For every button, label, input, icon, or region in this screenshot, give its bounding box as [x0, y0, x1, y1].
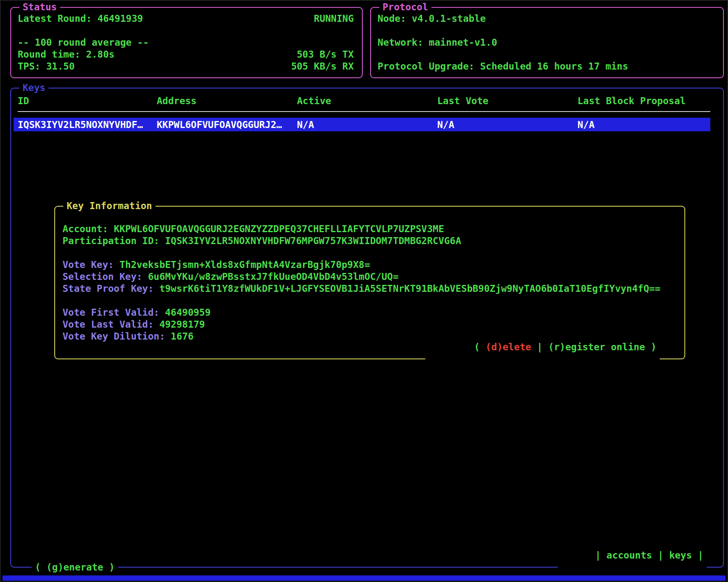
- selection-key-line: Selection Key: 6u6MvYKu/w8zwPBsstxJ7fkUu…: [63, 271, 676, 283]
- bottom-scrollbar[interactable]: [2, 575, 726, 581]
- vote-key-dilution-label: Vote Key Dilution:: [63, 331, 171, 342]
- account-label: Account:: [63, 223, 114, 234]
- column-header-last-vote: Last Vote: [437, 95, 577, 107]
- round-time-label: Round time:: [18, 49, 86, 60]
- rx-rate-value: 505 KB/s RX: [291, 61, 354, 72]
- delete-button[interactable]: (d)elete: [486, 342, 531, 352]
- key-information-title: Key Information: [63, 200, 155, 212]
- state-proof-key-line: State Proof Key: t9wsrK6tiT1Y8zfWUkDF1V+…: [63, 283, 676, 295]
- key-information-panel: Key Information Account: KKPWL6OFVUFOAVQ…: [54, 206, 685, 359]
- selection-key-label: Selection Key:: [63, 271, 148, 282]
- protocol-upgrade-status: Protocol Upgrade: Scheduled 16 hours 17 …: [378, 61, 715, 72]
- vote-first-valid-value: 46490959: [165, 307, 211, 318]
- tx-rate-value: 503 B/s TX: [297, 49, 354, 61]
- generate-button[interactable]: ( (g)enerate ): [32, 561, 118, 573]
- vote-first-valid-label: Vote First Valid:: [63, 307, 165, 318]
- keys-panel: Keys ID Address Active Last Vote Last Bl…: [10, 88, 724, 568]
- participation-id-value: IQSK3IYV2LR5NOXNYVHDFW76MPGW757K3WIIDOM7…: [165, 235, 461, 246]
- network-name: Network: mainnet-v1.0: [378, 37, 715, 49]
- status-panel: Status Latest Round: 46491939 RUNNING --…: [10, 7, 363, 78]
- tps-value: 31.50: [46, 61, 74, 72]
- keys-panel-title: Keys: [19, 82, 49, 94]
- vote-last-valid-label: Vote Last Valid:: [63, 319, 159, 330]
- protocol-panel: Protocol Node: v4.0.1-stable Network: ma…: [370, 7, 724, 78]
- status-line-round: Latest Round: 46491939 RUNNING: [18, 13, 354, 25]
- state-proof-key-value: t9wsrK6tiT1Y8zfWUkDF1V+LJGFYSEOVB1JiA5SE…: [159, 283, 661, 294]
- column-header-address: Address: [157, 95, 297, 107]
- vote-last-valid-value: 49298179: [159, 319, 205, 330]
- latest-round-value: 46491939: [97, 13, 143, 24]
- status-line-roundtime: Round time: 2.80s 503 B/s TX: [18, 49, 354, 61]
- column-header-active: Active: [297, 95, 437, 107]
- status-panel-title: Status: [19, 1, 60, 13]
- latest-round-label: Latest Round:: [18, 13, 97, 24]
- vote-key-dilution-value: 1676: [171, 331, 193, 342]
- key-row-last-block-proposal: N/A: [577, 119, 710, 130]
- actions-close-paren: ): [645, 342, 656, 352]
- key-actions: ( (d)elete | (r)egister online ): [425, 329, 660, 365]
- protocol-panel-title: Protocol: [379, 1, 431, 13]
- account-value: KKPWL6OFVUFOAVQGGURJ2EGNZYZZDPEQ37CHEFLL…: [114, 223, 444, 234]
- nav-item-keys[interactable]: keys: [669, 550, 692, 561]
- nav-separator-mid: |: [652, 550, 669, 561]
- tps-label: TPS:: [18, 61, 46, 72]
- actions-separator: |: [531, 342, 548, 352]
- account-line: Account: KKPWL6OFVUFOAVQGGURJ2EGNZYZZDPE…: [63, 223, 676, 235]
- vote-last-valid-line: Vote Last Valid: 49298179: [63, 319, 676, 331]
- round-average-header: -- 100 round average --: [18, 37, 354, 49]
- key-row-active: N/A: [297, 119, 437, 130]
- footer-nav: | accounts | keys |: [558, 538, 707, 573]
- status-line-tps: TPS: 31.50 505 KB/s RX: [18, 61, 354, 72]
- column-header-last-block-proposal: Last Block Proposal: [577, 95, 723, 107]
- selection-key-value: 6u6MvYKu/w8zwPBsstxJ7fkUueOD4VbD4v53lmOC…: [148, 271, 399, 282]
- vote-key-label: Vote Key:: [63, 259, 119, 270]
- vote-key-line: Vote Key: Th2veksbETjsmn+Xlds8xGfmpNtA4V…: [63, 259, 676, 271]
- node-running-badge: RUNNING: [314, 13, 354, 25]
- nav-separator-right: |: [692, 550, 703, 561]
- keys-table-header: ID Address Active Last Vote Last Block P…: [11, 95, 723, 107]
- key-row-last-vote: N/A: [437, 119, 577, 130]
- node-version: Node: v4.0.1-stable: [378, 13, 715, 25]
- nav-separator-left: |: [595, 550, 607, 561]
- terminal-screen: Status Latest Round: 46491939 RUNNING --…: [0, 0, 728, 582]
- participation-id-line: Participation ID: IQSK3IYV2LR5NOXNYVHDFW…: [63, 235, 676, 247]
- key-row-address: KKPWL6OFVUFOAVQGGURJ2…: [157, 119, 297, 130]
- actions-open-paren: (: [474, 342, 486, 352]
- key-table-row-selected[interactable]: IQSK3IYV2LR5NOXNYVHDF… KKPWL6OFVUFOAVQGG…: [14, 118, 710, 131]
- register-online-button[interactable]: (r)egister online: [548, 342, 645, 352]
- state-proof-key-label: State Proof Key:: [63, 283, 159, 294]
- vote-key-value: Th2veksbETjsmn+Xlds8xGfmpNtA4VzarBgjk70p…: [119, 259, 370, 270]
- participation-id-label: Participation ID:: [63, 235, 165, 246]
- table-header-divider: [18, 111, 710, 112]
- key-row-id: IQSK3IYV2LR5NOXNYVHDF…: [18, 119, 157, 130]
- column-header-id: ID: [18, 95, 157, 107]
- nav-item-accounts[interactable]: accounts: [607, 550, 652, 561]
- vote-first-valid-line: Vote First Valid: 46490959: [63, 307, 676, 319]
- round-time-value: 2.80s: [86, 49, 114, 60]
